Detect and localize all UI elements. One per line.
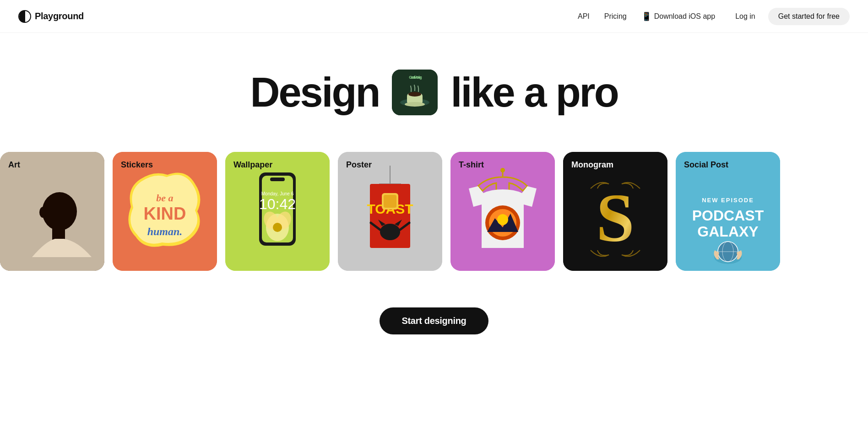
svg-point-3 [405, 102, 425, 107]
start-designing-button[interactable]: Start designing [380, 307, 488, 334]
svg-rect-17 [270, 178, 285, 181]
svg-point-37 [500, 168, 505, 172]
nav-link-ios[interactable]: 📱 Download iOS app [641, 11, 715, 22]
card-tshirt-label: T-shirt [459, 160, 484, 170]
nav-link-pricing[interactable]: Pricing [604, 12, 627, 21]
login-button[interactable]: Log in [730, 9, 761, 24]
svg-text:PODCAST: PODCAST [692, 207, 764, 224]
monogram-visual: S [563, 152, 667, 271]
nav-links: API Pricing 📱 Download iOS app Log in Ge… [578, 8, 850, 25]
card-wallpaper-label: Wallpaper [233, 160, 272, 170]
card-poster[interactable]: Poster TOAST [338, 152, 442, 271]
card-social[interactable]: Social Post NEW EPISODE PODCAST GALAXY [676, 152, 780, 271]
nav-logo[interactable]: Playground [18, 10, 84, 23]
cards-section: Art [0, 143, 868, 289]
svg-text:Good Morning: Good Morning [409, 75, 422, 80]
card-social-label: Social Post [684, 160, 728, 170]
logo-icon [18, 10, 31, 23]
svg-rect-35 [384, 195, 396, 208]
card-wallpaper[interactable]: Wallpaper Monday, June 6 10:42 [225, 152, 330, 271]
card-tshirt[interactable]: T-shirt [450, 152, 555, 271]
social-visual: NEW EPISODE PODCAST GALAXY [676, 152, 780, 271]
svg-text:NEW EPISODE: NEW EPISODE [702, 197, 754, 204]
hero-headline: Design Good Morning like a pro [250, 70, 618, 115]
logo-text: Playground [35, 11, 84, 22]
svg-text:GALAXY: GALAXY [697, 223, 758, 240]
nav-cta-group: Log in Get started for free [730, 8, 850, 25]
card-poster-label: Poster [346, 160, 372, 170]
tshirt-visual [450, 152, 555, 271]
get-started-button[interactable]: Get started for free [768, 8, 850, 25]
svg-text:human.: human. [147, 226, 183, 237]
poster-visual: TOAST [338, 152, 442, 271]
svg-point-4 [408, 92, 421, 97]
wallpaper-visual: Monday, June 6 10:42 [225, 152, 330, 271]
headline-part1: Design [250, 71, 379, 114]
svg-text:KIND: KIND [144, 204, 186, 223]
svg-point-9 [39, 207, 47, 218]
svg-text:S: S [596, 180, 634, 256]
card-stickers[interactable]: Stickers be a KIND human. [113, 152, 217, 271]
hero-section: Design Good Morning like a pro [0, 33, 868, 143]
nav-link-api[interactable]: API [578, 12, 590, 21]
cards-track: Art [0, 152, 780, 271]
svg-text:10:42: 10:42 [259, 196, 296, 212]
svg-text:be a: be a [156, 192, 173, 204]
card-art-label: Art [8, 160, 20, 170]
card-monogram-label: Monogram [571, 160, 613, 170]
navbar: Playground API Pricing 📱 Download iOS ap… [0, 0, 868, 33]
card-stickers-label: Stickers [121, 160, 153, 170]
card-monogram[interactable]: Monogram [563, 152, 667, 271]
svg-point-7 [42, 192, 77, 231]
card-art[interactable]: Art [0, 152, 104, 271]
svg-point-29 [380, 224, 400, 240]
phone-icon: 📱 [641, 11, 651, 22]
headline-part2: like a pro [450, 71, 618, 114]
art-visual [0, 152, 104, 271]
svg-point-40 [497, 214, 508, 225]
cta-section: Start designing [0, 289, 868, 362]
svg-point-23 [273, 223, 282, 232]
stickers-visual: be a KIND human. [113, 152, 217, 271]
hero-inline-image: Good Morning [392, 70, 438, 115]
